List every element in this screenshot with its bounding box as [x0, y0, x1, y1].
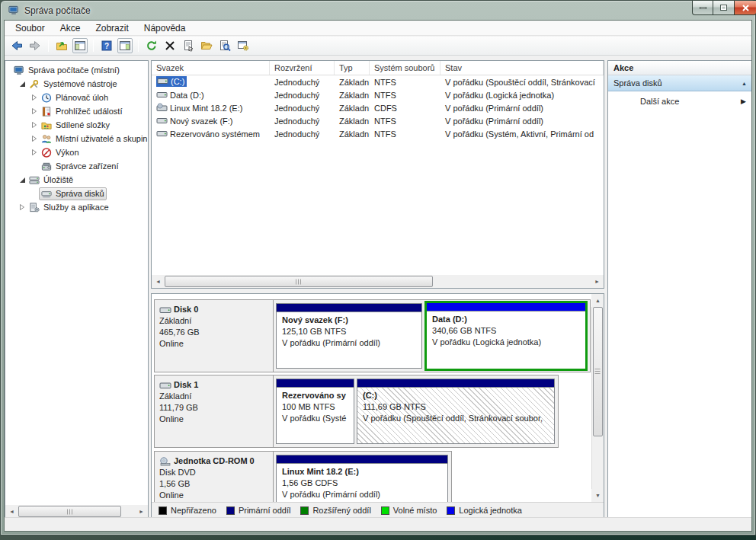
legend-free-space: Volné místo	[381, 506, 437, 515]
expander-closed-icon[interactable]	[30, 120, 39, 129]
tree-item-event-viewer[interactable]: Prohlížeč událostí	[5, 104, 148, 118]
tree-item-label: Správce zařízení	[56, 161, 119, 171]
tree-item-computer-management[interactable]: Správa počítače (místní)	[5, 63, 148, 77]
customize-icon[interactable]	[235, 38, 251, 53]
tree-item-label: Služby a aplikace	[43, 203, 109, 212]
scroll-left-icon[interactable]: ◄	[5, 505, 18, 518]
disk-state: Online	[159, 414, 268, 425]
disk-type: Základní	[159, 391, 268, 402]
console-tree: Správa počítače (místní) Systémové nástr…	[5, 61, 148, 214]
legend-swatch	[381, 506, 389, 515]
forward-icon[interactable]	[27, 38, 43, 53]
device-manager-icon	[40, 161, 53, 172]
volume-list-horizontal-scrollbar[interactable]: ◄ ►	[152, 275, 604, 288]
menu-napoveda[interactable]: Nápověda	[136, 21, 194, 35]
actions-section-disk-management[interactable]: Správa disků ▲	[608, 75, 752, 91]
expander-closed-icon[interactable]	[30, 107, 39, 116]
action-pane-icon[interactable]	[117, 38, 133, 53]
help-icon[interactable]: ?	[99, 38, 114, 53]
expander-open-icon[interactable]	[18, 79, 27, 88]
disk1-label[interactable]: Disk 1 Základní 111,79 GB Online	[155, 375, 274, 447]
partition-linux-mint-e[interactable]: Linux Mint 18.2 (E:) 1,56 GB CDFS V pořá…	[276, 455, 448, 502]
volume-row-novy-svazek-f[interactable]: Nový svazek (F:) Jednoduchý Základní NTF…	[152, 114, 604, 127]
scroll-right-icon[interactable]: ►	[135, 505, 148, 518]
menu-akce[interactable]: Akce	[53, 21, 88, 35]
actions-item-more-actions[interactable]: Další akce ▶	[608, 94, 752, 109]
find-icon[interactable]	[217, 38, 232, 53]
expander-closed-icon[interactable]	[30, 134, 39, 143]
column-header-typ[interactable]: Typ	[335, 61, 370, 75]
column-header-svazek[interactable]: Svazek	[152, 61, 270, 75]
volume-row-data-d[interactable]: Data (D:) Jednoduchý Základní NTFS V poř…	[152, 88, 604, 101]
scroll-down-icon[interactable]: ▼	[591, 489, 604, 502]
tree-item-shared-folders[interactable]: Sdílené složky	[5, 118, 148, 132]
menu-zobrazit[interactable]: Zobrazit	[88, 21, 136, 35]
scrollbar-track[interactable]	[18, 505, 135, 518]
legend-swatch	[226, 506, 235, 515]
partition-color-bar	[277, 304, 421, 312]
legend-swatch	[300, 506, 309, 515]
expander-closed-icon[interactable]	[30, 148, 39, 157]
tree-item-local-users-groups[interactable]: Místní uživatelé a skupin	[5, 132, 148, 145]
minimize-button[interactable]	[692, 1, 713, 15]
back-icon[interactable]	[9, 38, 24, 53]
scrollbar-thumb[interactable]	[165, 276, 433, 287]
tree-item-services-applications[interactable]: Služby a aplikace	[5, 200, 148, 214]
scrollbar-thumb[interactable]	[593, 307, 603, 436]
toolbar-separator	[48, 40, 49, 52]
volume-row-rezervovano[interactable]: Rezervováno systémem Jednoduchý Základní…	[152, 127, 604, 140]
partition-rezervovano[interactable]: Rezervováno sy 100 MB NTFS V pořádku (Sy…	[276, 379, 354, 444]
expander-open-icon[interactable]	[18, 175, 27, 184]
partition-c-selected[interactable]: (C:) 111,69 GB NTFS V pořádku (Spouštěcí…	[357, 379, 555, 444]
tree-item-device-manager[interactable]: Správce zařízení	[5, 159, 148, 173]
maximize-icon	[720, 5, 727, 11]
computer-icon	[13, 65, 25, 76]
disk0-label[interactable]: Disk 0 Základní 465,76 GB Online	[155, 300, 274, 372]
scroll-up-icon[interactable]: ▲	[591, 294, 604, 307]
disk-type: Disk DVD	[159, 467, 268, 478]
volume-row-c[interactable]: (C:) Jednoduchý Základní NTFS V pořádku …	[152, 75, 604, 88]
legend-primary-partition: Primární oddíl	[226, 506, 290, 515]
tree-item-disk-management[interactable]: Správa disků	[5, 187, 148, 200]
tree-item-task-scheduler[interactable]: Plánovač úloh	[5, 91, 148, 104]
column-header-system-souboru[interactable]: Systém souborů	[370, 61, 440, 75]
app-icon	[8, 5, 20, 16]
open-folder-icon[interactable]	[199, 38, 214, 53]
submenu-arrow-icon: ▶	[741, 97, 746, 105]
menu-soubor[interactable]: Soubor	[8, 21, 53, 35]
tree-item-system-tools[interactable]: Systémové nástroje	[5, 77, 148, 91]
column-header-stav[interactable]: Stav	[440, 61, 604, 75]
scroll-left-icon[interactable]: ◄	[152, 275, 165, 288]
export-folder-icon[interactable]	[54, 38, 69, 53]
tree-item-label: Správa disků	[56, 189, 104, 198]
tree-item-performance[interactable]: Výkon	[5, 145, 148, 159]
tree-item-storage[interactable]: Úložiště	[5, 173, 148, 187]
scroll-right-icon[interactable]: ►	[591, 275, 604, 288]
tree-horizontal-scrollbar[interactable]: ◄ ►	[5, 505, 148, 518]
volume-name: Data (D:)	[170, 91, 204, 100]
partition-data-d[interactable]: Data (D:) 340,66 GB NTFS V pořádku (Logi…	[424, 301, 588, 371]
disk-canvas: Disk 0 Základní 465,76 GB Online Nový sv…	[152, 294, 591, 502]
partition-novy-svazek-f[interactable]: Nový svazek (F:) 125,10 GB NTFS V pořádk…	[276, 303, 422, 369]
close-button[interactable]	[734, 1, 756, 15]
scrollbar-track[interactable]	[165, 275, 591, 288]
disk-state: Online	[159, 490, 268, 501]
tree-item-label: Systémové nástroje	[43, 79, 117, 88]
volume-row-linux-mint-e[interactable]: Linux Mint 18.2 (E:) Jednoduchý Základní…	[152, 101, 604, 114]
volume-name: Rezervováno systémem	[170, 129, 260, 139]
expander-closed-icon[interactable]	[30, 93, 39, 102]
column-header-rozvrzeni[interactable]: Rozvržení	[270, 61, 335, 75]
maximize-button[interactable]	[713, 1, 734, 15]
actions-section-label: Správa disků	[613, 78, 662, 88]
expander-closed-icon[interactable]	[18, 203, 27, 212]
cdrom0-label[interactable]: Jednotka CD-ROM 0 Disk DVD 1,56 GB Onlin…	[155, 452, 274, 502]
volume-table-header: Svazek Rozvržení Typ Systém souborů Stav	[152, 61, 604, 75]
refresh-icon[interactable]	[144, 38, 159, 53]
properties-icon[interactable]	[181, 38, 196, 53]
collapse-chevron-icon[interactable]: ▲	[742, 81, 747, 86]
scrollbar-track[interactable]	[592, 307, 604, 489]
disk-vertical-scrollbar[interactable]: ▲ ▼	[591, 294, 604, 502]
delete-icon[interactable]	[162, 38, 178, 53]
scrollbar-thumb[interactable]	[18, 506, 121, 517]
console-tree-icon[interactable]	[72, 38, 88, 53]
